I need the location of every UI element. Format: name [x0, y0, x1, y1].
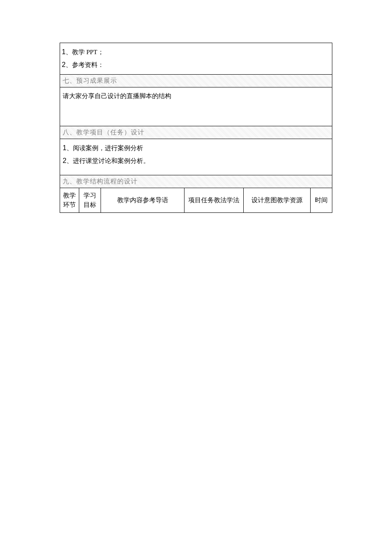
- header-learning-goal: 学习目标: [79, 188, 101, 212]
- header-design-resource: 设计意图教学资源: [244, 188, 311, 212]
- document-page: 1、教学 PPT； 2、参考资料： 七、预习成果展示 请大家分享自己设计的直播脚…: [60, 43, 332, 213]
- section8-heading: 八、教学项目（任务）设计: [60, 126, 332, 139]
- section9-heading: 九、教学结构流程的设计: [60, 175, 332, 188]
- header-task-method: 项目任务教法学法: [184, 188, 244, 212]
- materials-line-1: 1、教学 PPT；: [62, 46, 329, 58]
- section7-body: 请大家分享自己设计的直播脚本的结构: [60, 87, 332, 126]
- lesson-plan-table: 1、教学 PPT； 2、参考资料： 七、预习成果展示 请大家分享自己设计的直播脚…: [60, 43, 332, 213]
- header-teaching-stage: 教学环节: [60, 188, 79, 212]
- materials-line-2: 2、参考资料：: [62, 58, 329, 71]
- header-content-guide: 教学内容参考导语: [101, 188, 184, 212]
- section8-body: 1、阅读案例，进行案例分析 2、进行课堂讨论和案例分析。: [60, 139, 332, 175]
- section8-line-2: 2、进行课堂讨论和案例分析。: [63, 154, 329, 167]
- header-time: 时间: [311, 188, 332, 212]
- section8-line-1: 1、阅读案例，进行案例分析: [63, 142, 329, 154]
- table-row: 教学环节 学习目标 教学内容参考导语 项目任务教法学法 设计意图教学资源 时间: [60, 188, 332, 212]
- section9-table: 教学环节 学习目标 教学内容参考导语 项目任务教法学法 设计意图教学资源 时间: [60, 188, 332, 212]
- section7-heading: 七、预习成果展示: [60, 75, 332, 87]
- section-materials-body: 1、教学 PPT； 2、参考资料：: [60, 43, 332, 75]
